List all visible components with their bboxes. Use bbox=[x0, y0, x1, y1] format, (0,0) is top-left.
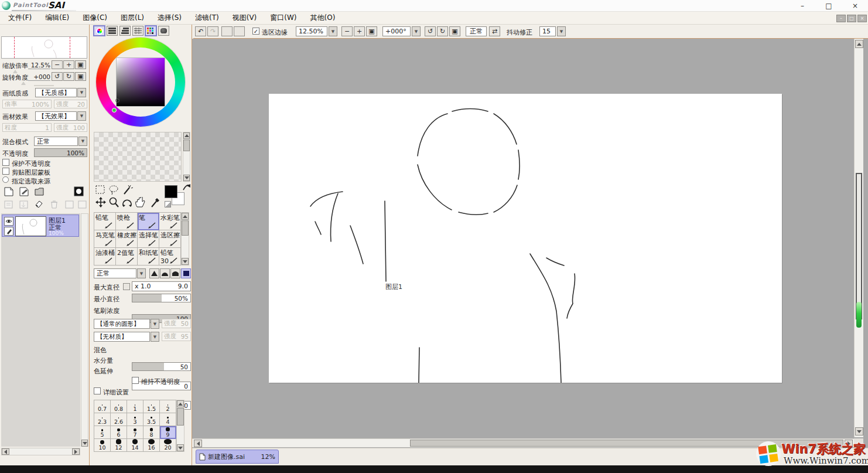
canvas[interactable] bbox=[269, 94, 782, 383]
brush-size-0.8[interactable]: 0.8 bbox=[111, 400, 127, 413]
brush-edge-sharp-button[interactable] bbox=[149, 268, 159, 278]
brush-size-10[interactable]: 10 bbox=[94, 439, 111, 452]
zoom-in-button[interactable]: + bbox=[354, 26, 365, 36]
tool-7[interactable]: 选区擦 bbox=[159, 230, 181, 248]
protect-opacity-checkbox[interactable] bbox=[2, 159, 9, 166]
doc-restore-button[interactable]: □ bbox=[847, 15, 856, 22]
view-normal-button[interactable]: 正常 bbox=[466, 26, 487, 36]
tool-10[interactable]: 和纸笔 bbox=[138, 248, 159, 266]
tool-4[interactable]: 马克笔 bbox=[94, 230, 116, 248]
jitter-value-box[interactable]: 15 bbox=[539, 26, 556, 36]
rotate-ccw-button[interactable]: ↺ bbox=[425, 26, 436, 36]
flip-view-button[interactable]: ⇄ bbox=[489, 26, 500, 36]
menu-item-7[interactable]: 窗口(W) bbox=[270, 13, 296, 23]
layer-paint-mode-toggle[interactable] bbox=[4, 227, 13, 236]
rotate-cw-button[interactable]: ↻ bbox=[437, 26, 448, 36]
layer-commands-row1[interactable] bbox=[4, 186, 87, 197]
brush-size-2.3[interactable]: 2.3 bbox=[94, 413, 111, 426]
keep-opacity-checkbox[interactable] bbox=[132, 377, 139, 384]
swatches-tab[interactable] bbox=[145, 26, 156, 36]
brush-size-4[interactable]: 4 bbox=[160, 413, 176, 426]
brush-size-9[interactable]: 9 bbox=[160, 426, 176, 439]
menu-item-4[interactable]: 选择(S) bbox=[158, 13, 182, 23]
tool-9[interactable]: 2值笔 bbox=[116, 248, 138, 266]
maximize-button[interactable]: □ bbox=[820, 1, 838, 11]
hsv-slider-tab[interactable] bbox=[119, 26, 131, 36]
doc-close-button[interactable]: × bbox=[857, 15, 867, 22]
nav-zoom-out-button[interactable]: − bbox=[52, 60, 63, 69]
navigator-preview[interactable] bbox=[1, 36, 87, 59]
canvas-vscrollbar[interactable] bbox=[854, 39, 863, 437]
brush-size-16[interactable]: 16 bbox=[143, 439, 160, 452]
tool-8[interactable]: 油漆桶 bbox=[94, 248, 116, 266]
selection-tools-row[interactable] bbox=[95, 184, 160, 196]
layer-row-selected[interactable]: 图层1 正常 100% bbox=[2, 215, 79, 237]
menu-item-6[interactable]: 视图(V) bbox=[233, 13, 257, 23]
tool-5[interactable]: 橡皮擦 bbox=[116, 230, 138, 248]
document-tab[interactable]: 新建图像.sai 12% bbox=[196, 450, 279, 464]
brush-edge-round-button[interactable] bbox=[160, 268, 170, 278]
advanced-settings-checkbox[interactable] bbox=[94, 387, 101, 394]
tool-11[interactable]: 铅笔30 bbox=[159, 248, 181, 266]
scratchpad-scrollbar[interactable] bbox=[183, 132, 190, 182]
nav-rotate-cw-button[interactable]: ↻ bbox=[63, 72, 74, 81]
opacity-slider[interactable]: 100% bbox=[34, 148, 87, 157]
tool-grid-scrollbar[interactable] bbox=[181, 212, 189, 266]
minimize-button[interactable]: – bbox=[794, 1, 811, 11]
max-diameter-box[interactable]: x 1.0 9.0 bbox=[132, 281, 191, 291]
mixer-slider-tab[interactable] bbox=[132, 26, 143, 36]
close-button[interactable]: × bbox=[846, 1, 864, 11]
brush-size-14[interactable]: 14 bbox=[127, 439, 143, 452]
layer-list[interactable]: 图层1 正常 100% bbox=[1, 213, 80, 447]
brush-size-6[interactable]: 6 bbox=[111, 426, 127, 439]
angle-dropdown-button[interactable]: ▼ bbox=[412, 26, 421, 36]
zoom-value-box[interactable]: 12.50% bbox=[296, 26, 327, 36]
brush-size-1[interactable]: 1 bbox=[127, 400, 143, 413]
jitter-dropdown-button[interactable]: ▼ bbox=[557, 26, 566, 36]
menu-item-3[interactable]: 图层(L) bbox=[121, 13, 144, 23]
canvas-vscroll-thumb[interactable] bbox=[856, 173, 862, 319]
rotate-reset-button[interactable]: ▣ bbox=[449, 26, 460, 36]
selection-source-radio[interactable] bbox=[2, 176, 9, 183]
menu-item-8[interactable]: 其他(O) bbox=[310, 13, 336, 23]
menu-item-2[interactable]: 图像(C) bbox=[83, 13, 107, 23]
brush-edge-flat-button[interactable] bbox=[170, 268, 180, 278]
doc-minimize-button[interactable]: – bbox=[836, 15, 846, 22]
layer-commands-row2[interactable] bbox=[4, 199, 87, 210]
brush-blend-combo[interactable]: 正常 bbox=[94, 268, 136, 278]
tool-0[interactable]: 铅笔 bbox=[94, 213, 116, 230]
foreground-color-swatch[interactable] bbox=[165, 185, 177, 198]
brush-size-20[interactable]: 20 bbox=[160, 439, 176, 452]
brush-size-3[interactable]: 3 bbox=[127, 413, 143, 426]
redo-button[interactable]: ↷ bbox=[207, 26, 218, 36]
sv-square[interactable] bbox=[116, 57, 165, 107]
tool-2[interactable]: 笔 bbox=[138, 213, 159, 230]
nav-zoom-in-button[interactable]: + bbox=[63, 60, 74, 69]
nav-zoom-reset-button[interactable]: ▣ bbox=[75, 60, 86, 69]
brush-size-1.5[interactable]: 1.5 bbox=[143, 400, 160, 413]
brush-blend-dropdown[interactable]: ▼ bbox=[137, 268, 146, 278]
blending-slider[interactable]: 50 bbox=[132, 362, 191, 371]
brush-size-7[interactable]: 7 bbox=[127, 426, 143, 439]
nav-rotate-slider-handle[interactable] bbox=[21, 81, 26, 85]
view-tools-row[interactable] bbox=[95, 197, 166, 209]
layer-list-vscrollbar[interactable] bbox=[81, 213, 88, 447]
zoom-out-button[interactable]: − bbox=[341, 26, 353, 36]
max-diameter-unit-button[interactable] bbox=[123, 283, 130, 290]
blend-mode-dropdown[interactable]: ▼ bbox=[78, 137, 87, 146]
scratchpad-tab[interactable] bbox=[158, 26, 169, 36]
brush-size-0.7[interactable]: 0.7 bbox=[94, 400, 111, 413]
brush-size-3.5[interactable]: 3.5 bbox=[143, 413, 160, 426]
brush-edge-square-button[interactable] bbox=[181, 268, 191, 278]
swap-colors-icon[interactable] bbox=[182, 183, 192, 192]
canvas-hscrollbar[interactable] bbox=[192, 438, 854, 447]
color-wheel-tab[interactable] bbox=[94, 26, 105, 36]
min-diameter-slider[interactable]: 50% bbox=[132, 294, 191, 302]
brush-size-5[interactable]: 5 bbox=[94, 426, 111, 439]
select-all-button[interactable] bbox=[234, 26, 245, 36]
blend-mode-combo[interactable]: 正常 bbox=[34, 137, 78, 146]
paper-texture-combo[interactable]: 【无质感】 bbox=[35, 88, 77, 97]
scratchpad-area[interactable] bbox=[94, 132, 182, 182]
nav-rotate-ccw-button[interactable]: ↺ bbox=[52, 72, 63, 81]
brush-size-2.6[interactable]: 2.6 bbox=[111, 413, 127, 426]
